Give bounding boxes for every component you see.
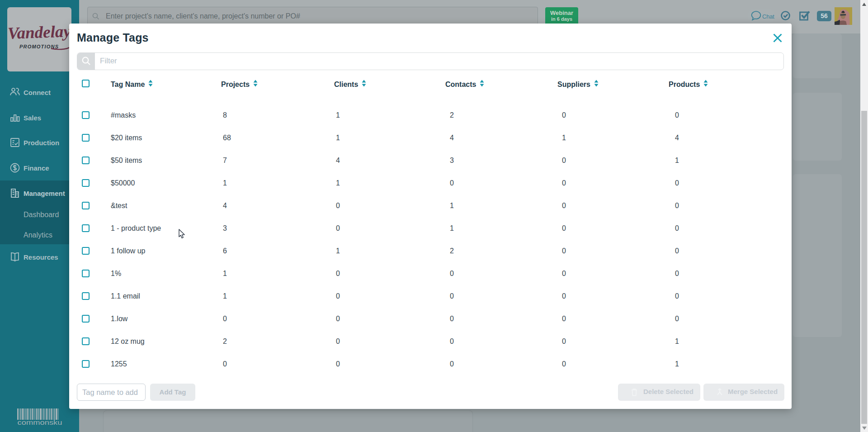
svg-text:commonsku: commonsku xyxy=(18,418,62,426)
